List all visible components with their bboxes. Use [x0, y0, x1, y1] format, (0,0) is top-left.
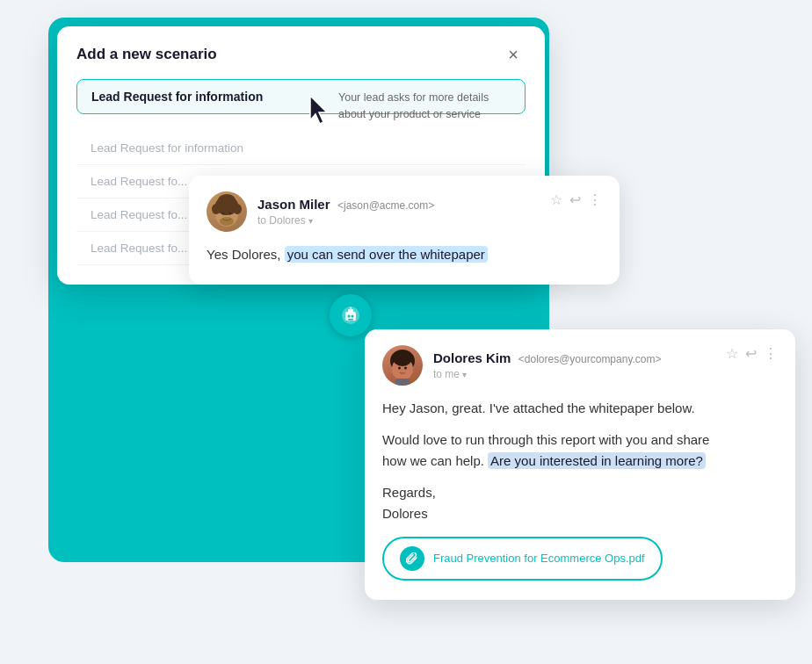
sender-info-jason: Jason Miler <jason@acme.com> to Dolores … [207, 191, 434, 232]
email-card-jason: Jason Miler <jason@acme.com> to Dolores … [189, 176, 620, 285]
svg-point-3 [233, 204, 242, 214]
to-line-jason: to Dolores ▾ [257, 214, 434, 227]
sender-details-jason: Jason Miler <jason@acme.com> to Dolores … [257, 197, 434, 227]
email-header-dolores: Dolores Kim <dolores@yourcompany.com> to… [382, 345, 778, 386]
modal-title: Add a new scenario [76, 46, 217, 63]
avatar-jason [207, 191, 247, 232]
svg-point-18 [393, 350, 412, 366]
modal-header: Add a new scenario × [57, 26, 545, 79]
attachment-button[interactable]: Fraud Prevention for Ecommerce Ops.pdf [382, 537, 663, 581]
star-icon-2[interactable]: ☆ [726, 345, 738, 362]
email-body-jason: Yes Dolores, you can send over the white… [207, 244, 602, 265]
email-body-highlight-2: Are you interested in learning more? [488, 452, 706, 469]
email-actions-jason: ☆ ↩ ⋮ [550, 191, 602, 208]
email-body-dolores: Hey Jason, great. I've attached the whit… [382, 398, 778, 581]
email-closing: Regards, Dolores [382, 482, 778, 524]
attachment-label: Fraud Prevention for Ecommerce Ops.pdf [433, 550, 645, 568]
scenario-row-1[interactable]: Lead Request for information [76, 132, 526, 165]
more-icon-2[interactable]: ⋮ [764, 345, 778, 362]
svg-point-19 [398, 367, 401, 370]
avatar-dolores [382, 345, 423, 386]
cursor-icon [303, 92, 337, 129]
sender-email-dolores: <dolores@yourcompany.com> [518, 353, 662, 365]
svg-point-15 [350, 307, 352, 309]
chevron-down-icon: ▾ [308, 216, 313, 226]
robot-icon [330, 294, 372, 336]
email-actions-dolores: ☆ ↩ ⋮ [726, 345, 778, 362]
scenario-description: Your lead asks for more details about yo… [338, 90, 497, 123]
reply-icon[interactable]: ↩ [569, 191, 581, 208]
sender-info-dolores: Dolores Kim <dolores@yourcompany.com> to… [382, 345, 662, 386]
star-icon[interactable]: ☆ [550, 191, 562, 208]
email-card-dolores: Dolores Kim <dolores@yourcompany.com> to… [365, 329, 795, 600]
sender-name-jason: Jason Miler [257, 197, 330, 212]
svg-rect-13 [348, 319, 353, 321]
paperclip-icon [400, 546, 424, 571]
email-body-highlight: you can send over the whitepaper [285, 246, 488, 263]
svg-point-5 [222, 213, 225, 215]
svg-point-6 [229, 213, 232, 215]
svg-point-4 [218, 194, 236, 206]
sender-email-jason: <jason@acme.com> [337, 199, 434, 212]
svg-point-12 [352, 315, 354, 318]
scenario-selected-label: Lead Request for information [91, 90, 263, 104]
sender-details-dolores: Dolores Kim <dolores@yourcompany.com> to… [433, 350, 662, 380]
email-body-line2-3: Would love to run through this report wi… [382, 429, 778, 472]
svg-point-20 [404, 367, 407, 370]
sender-name-dolores: Dolores Kim [433, 350, 511, 365]
svg-point-7 [220, 217, 234, 226]
chevron-down-icon-2: ▾ [462, 370, 467, 379]
email-header-jason: Jason Miler <jason@acme.com> to Dolores … [207, 191, 602, 232]
email-body-prefix: Yes Dolores, [207, 247, 285, 262]
svg-point-11 [348, 315, 351, 318]
more-icon[interactable]: ⋮ [588, 191, 602, 208]
svg-point-2 [212, 204, 221, 214]
close-button[interactable]: × [501, 42, 526, 67]
svg-rect-21 [395, 379, 410, 386]
email-body-line1: Hey Jason, great. I've attached the whit… [382, 398, 778, 419]
to-line-dolores: to me ▾ [433, 368, 662, 380]
reply-icon-2[interactable]: ↩ [745, 345, 757, 362]
